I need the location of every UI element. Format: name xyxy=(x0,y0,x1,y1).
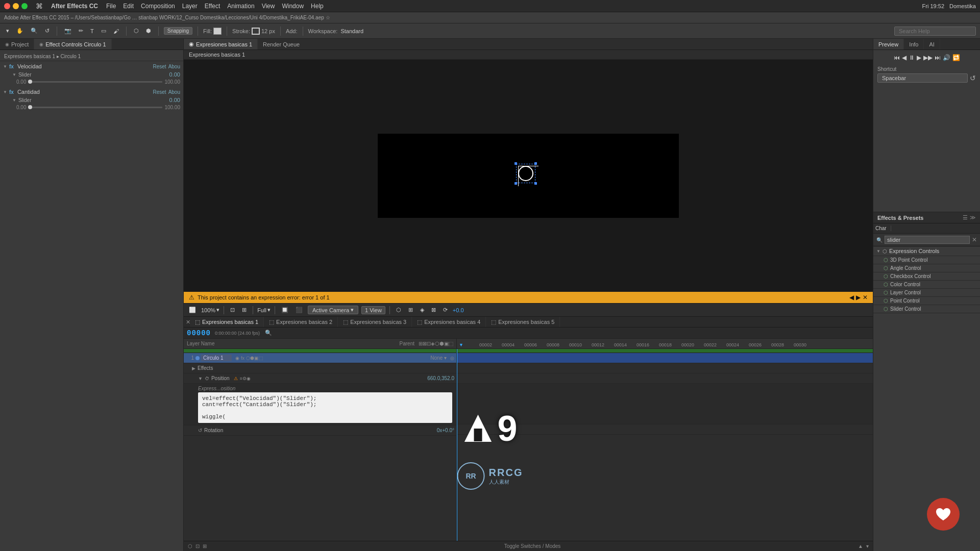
zoom-control[interactable]: 100% ▾ xyxy=(201,307,219,313)
layer-1-name[interactable]: Circulo 1 xyxy=(201,355,232,361)
ep-menu-icon[interactable]: ☰ xyxy=(963,214,968,221)
timeline-tab-4[interactable]: ⬚ Expresiones basicas 5 xyxy=(486,317,560,327)
cantidad-reset[interactable]: Reset xyxy=(153,89,166,95)
loop-btn[interactable]: 🔁 xyxy=(952,54,960,61)
position-row[interactable]: ▼ ⏱ Position ⚠ ≡⚙◉ 660.0,352.0 xyxy=(184,373,456,384)
corner-tr[interactable] xyxy=(534,162,537,165)
playhead-cursor[interactable] xyxy=(457,349,457,541)
position-value[interactable]: 660.0,352.0 xyxy=(427,375,454,381)
paint-tool[interactable]: ⬢ xyxy=(144,27,153,35)
ep-clear-btn[interactable]: ✕ xyxy=(972,236,977,243)
menu-edit[interactable]: Edit xyxy=(123,3,134,10)
ep-item-3d-point[interactable]: ⬡ 3D Point Control xyxy=(873,256,980,264)
ep-item-angle[interactable]: ⬡ Angle Control xyxy=(873,264,980,272)
pen-tool[interactable]: ✏ xyxy=(77,27,85,35)
layer-solo[interactable]: ◉ xyxy=(235,356,239,361)
stop-btn[interactable]: ⏸ xyxy=(909,54,915,61)
ep-char-tab[interactable]: Char xyxy=(875,226,891,231)
ep-item-point[interactable]: ⬡ Point Control xyxy=(873,297,980,305)
rotate-tool[interactable]: ↺ xyxy=(43,27,52,35)
play-btn[interactable]: ▶ xyxy=(917,54,921,61)
ep-item-checkbox[interactable]: ⬡ Checkbox Control xyxy=(873,272,980,281)
menu-window[interactable]: Window xyxy=(282,3,304,10)
velocidad-value[interactable]: 0.00 xyxy=(160,71,180,78)
menu-animation[interactable]: Animation xyxy=(227,3,254,10)
comp-rgb[interactable]: 🔲 xyxy=(279,306,290,314)
layer-1-row[interactable]: 1 Circulo 1 ◉ fx ⬡⬢▣⬚ None ▾ ◎ xyxy=(184,353,456,363)
comp-tool-2[interactable]: ⊞ xyxy=(406,306,415,314)
menu-file[interactable]: File xyxy=(106,3,116,10)
layer-fx[interactable]: fx xyxy=(241,356,244,361)
velocidad-slider-thumb[interactable] xyxy=(28,80,32,84)
cantidad-about[interactable]: Abou xyxy=(168,89,180,95)
stroke-color-swatch[interactable] xyxy=(252,28,260,35)
comp-snapshot[interactable]: ⬜ xyxy=(187,306,198,314)
corner-tl[interactable] xyxy=(514,162,517,165)
timeline-tab-3[interactable]: ⬚ Expresiones basicas 4 xyxy=(412,317,486,327)
footer-expand-2[interactable]: ▾ xyxy=(866,543,869,549)
cantidad-slider-track[interactable] xyxy=(28,107,162,108)
text-tool[interactable]: T xyxy=(88,27,96,35)
effect-controls-tab[interactable]: ◉ Effect Controls Circulo 1 xyxy=(34,39,111,49)
timeline-tab-2[interactable]: ⬚ Expresiones basicas 3 xyxy=(338,317,412,327)
path-tool[interactable]: ⬡ xyxy=(132,27,141,35)
cantidad-header[interactable]: ▼ fx Cantidad Reset Abou xyxy=(0,88,183,96)
active-camera-button[interactable]: Active Camera ▾ xyxy=(308,306,358,314)
comp-tool-5[interactable]: ⟳ xyxy=(441,306,450,314)
footer-expand[interactable]: ▲ xyxy=(858,543,863,549)
comp-grid[interactable]: ⊞ xyxy=(240,306,249,314)
audio-btn[interactable]: 🔊 xyxy=(943,54,950,61)
menu-layer[interactable]: Layer xyxy=(182,3,198,10)
fill-color-swatch[interactable] xyxy=(213,28,222,35)
expr-editor[interactable]: vel=effect("Velocidad")("Slider"); cant=… xyxy=(198,392,452,423)
comp-alpha[interactable]: ⬛ xyxy=(293,306,305,314)
ep-expand-icon[interactable]: ≫ xyxy=(970,214,976,221)
menu-effect[interactable]: Effect xyxy=(205,3,220,10)
composition-object[interactable] xyxy=(518,166,538,186)
ep-item-slider[interactable]: ⬡ Slider Control xyxy=(873,305,980,313)
comp-tab-0[interactable]: ◉ Expresiones basicas 1 xyxy=(184,39,258,49)
timeline-close[interactable]: ✕ xyxy=(184,319,190,325)
camera-tool[interactable]: 📷 xyxy=(62,27,74,35)
selection-tool[interactable]: ▾ xyxy=(4,27,11,35)
step-back-btn[interactable]: ◀ xyxy=(902,54,906,61)
search-help-input[interactable] xyxy=(894,27,976,36)
step-fwd-btn[interactable]: ▶▶ xyxy=(923,54,933,61)
ep-group-expression-controls[interactable]: ▼ ⬡ Expression Controls xyxy=(873,246,980,256)
goto-start-btn[interactable]: ⏮ xyxy=(894,54,900,61)
menu-view[interactable]: View xyxy=(262,3,275,10)
preview-tab[interactable]: Preview xyxy=(873,39,904,49)
comp-fit[interactable]: ⊡ xyxy=(228,306,237,314)
timeline-tab-0[interactable]: ⬚ Expresiones basicas 1 xyxy=(190,317,264,327)
goto-end-btn[interactable]: ⏭ xyxy=(935,54,941,61)
current-time[interactable]: 00000 xyxy=(187,329,211,337)
close-button[interactable] xyxy=(4,3,10,9)
timeline-tab-1[interactable]: ⬚ Expresiones basicas 2 xyxy=(264,317,338,327)
comp-tool-3[interactable]: ◈ xyxy=(418,306,426,314)
comp-tool-1[interactable]: ⬡ xyxy=(394,306,403,314)
tl-search-btn[interactable]: 🔍 xyxy=(264,329,273,337)
cantidad-value[interactable]: 0.00 xyxy=(160,97,180,103)
ep-item-layer[interactable]: ⬡ Layer Control xyxy=(873,289,980,297)
velocidad-slider-track[interactable] xyxy=(28,81,162,83)
stroke-control[interactable]: Stroke: 12 px xyxy=(232,28,275,35)
brush-tool[interactable]: 🖌 xyxy=(111,27,121,35)
minimize-button[interactable] xyxy=(13,3,19,9)
corner-bl[interactable] xyxy=(514,182,517,185)
project-tab[interactable]: ◉ Project xyxy=(0,39,34,49)
rotation-value[interactable]: 0x+0.0° xyxy=(437,428,454,433)
menu-composition[interactable]: Composition xyxy=(141,3,175,10)
cantidad-slider-thumb[interactable] xyxy=(28,105,32,109)
effects-row[interactable]: ▶ Effects xyxy=(184,363,456,373)
quality-control[interactable]: Full ▾ xyxy=(257,307,271,313)
red-circle-button[interactable] xyxy=(927,498,960,531)
snapping-button[interactable]: Snapping xyxy=(164,27,192,35)
info-tab[interactable]: Info xyxy=(904,39,924,49)
velocidad-header[interactable]: ▼ fx Velocidad Reset Abou xyxy=(0,62,183,70)
hand-tool[interactable]: ✋ xyxy=(14,27,26,35)
fill-control[interactable]: Fill: xyxy=(203,28,222,35)
error-prev[interactable]: ◀ xyxy=(849,294,854,301)
zoom-tool[interactable]: 🔍 xyxy=(29,27,40,35)
ai-tab[interactable]: AI xyxy=(924,39,940,49)
menu-help[interactable]: Help xyxy=(311,3,324,10)
